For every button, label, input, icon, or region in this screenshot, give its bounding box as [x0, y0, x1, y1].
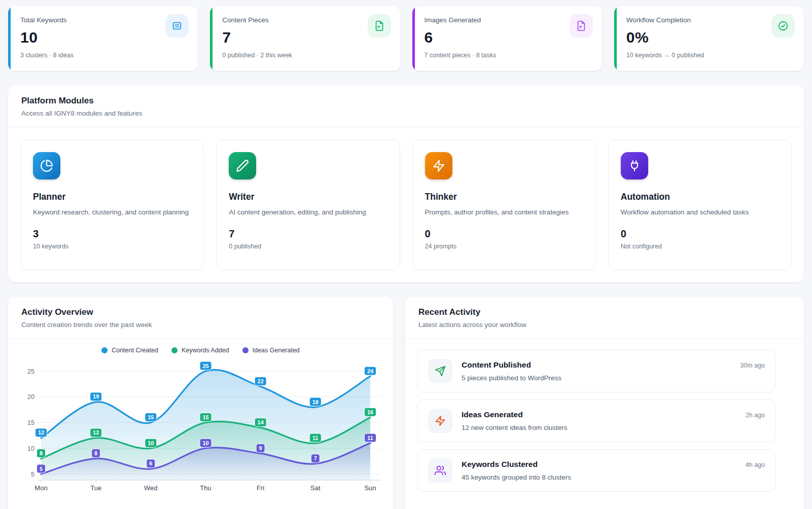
module-description: Workflow automation and scheduled tasks — [621, 207, 779, 218]
stat-card-images-generated[interactable]: Images Generated 6 7 content pieces · 8 … — [412, 6, 602, 71]
stat-subtext: 10 keywords → 0 published — [626, 52, 793, 59]
svg-text:5: 5 — [40, 466, 43, 472]
svg-text:12: 12 — [38, 429, 44, 435]
panel-subtitle: Content creation trends over the past we… — [21, 321, 380, 329]
stat-label: Content Pieces — [222, 16, 389, 24]
svg-text:Wed: Wed — [144, 484, 158, 492]
svg-text:16: 16 — [367, 409, 373, 415]
svg-text:Fri: Fri — [257, 484, 264, 492]
module-card-thinker[interactable]: Thinker Prompts, author profiles, and co… — [412, 139, 596, 270]
svg-text:9: 9 — [259, 445, 262, 451]
module-description: AI content generation, editing, and publ… — [229, 207, 387, 218]
file-text-icon — [368, 14, 391, 38]
module-card-planner[interactable]: Planner Keyword research, clustering, an… — [20, 139, 204, 270]
svg-text:6: 6 — [149, 460, 152, 466]
modules-grid: Planner Keyword research, clustering, an… — [8, 127, 804, 282]
activity-description: 5 pieces published to WordPress — [462, 374, 765, 382]
legend-label: Keywords Added — [182, 347, 229, 354]
stats-row: Total Keywords 10 3 clusters · 8 ideas C… — [8, 6, 804, 71]
recent-activity-header: Recent Activity Latest actions across yo… — [405, 297, 804, 339]
module-card-writer[interactable]: Writer AI content generation, editing, a… — [216, 139, 400, 270]
module-name: Writer — [229, 192, 387, 202]
users-icon — [428, 458, 452, 483]
svg-text:Sat: Sat — [310, 484, 321, 492]
stat-card-total-keywords[interactable]: Total Keywords 10 3 clusters · 8 ideas — [8, 6, 198, 71]
platform-modules-panel: Platform Modules Access all IGNY8 module… — [8, 85, 804, 282]
platform-modules-header: Platform Modules Access all IGNY8 module… — [8, 85, 804, 127]
activity-item-content-published[interactable]: Content Published 30m ago 5 pieces publi… — [417, 350, 775, 392]
activity-description: 45 keywords grouped into 8 clusters — [462, 474, 765, 481]
stat-label: Total Keywords — [20, 16, 187, 24]
svg-text:10: 10 — [27, 445, 34, 452]
module-description: Prompts, author profiles, and content st… — [425, 207, 583, 218]
svg-text:5: 5 — [31, 471, 34, 478]
svg-text:15: 15 — [27, 419, 34, 426]
zap-icon — [425, 152, 452, 179]
activity-title: Content Published — [462, 360, 531, 370]
legend-item-content-created[interactable]: Content Created — [101, 347, 158, 354]
svg-text:10: 10 — [202, 440, 208, 446]
module-stat-label: 0 published — [229, 243, 387, 250]
module-stat-label: 24 prompts — [425, 243, 583, 250]
legend-dot — [171, 347, 178, 353]
dashboard-page: Total Keywords 10 3 clusters · 8 ideas C… — [0, 0, 812, 509]
send-icon — [428, 359, 452, 383]
file-text-icon — [570, 14, 593, 38]
module-name: Planner — [33, 192, 191, 202]
svg-text:18: 18 — [312, 399, 319, 405]
svg-text:7: 7 — [314, 455, 317, 461]
stat-value: 7 — [222, 30, 389, 45]
svg-text:Thu: Thu — [200, 484, 211, 492]
svg-text:Mon: Mon — [34, 484, 47, 492]
panel-title: Activity Overview — [21, 307, 380, 317]
svg-text:10: 10 — [148, 440, 154, 446]
svg-text:8: 8 — [94, 450, 97, 456]
activity-time: 4h ago — [746, 461, 765, 468]
module-name: Automation — [621, 192, 779, 202]
stat-subtext: 0 published · 2 this week — [222, 52, 389, 59]
module-description: Keyword research, clustering, and conten… — [33, 207, 191, 218]
pie-chart-icon — [33, 152, 60, 179]
stat-subtext: 7 content pieces · 8 tasks — [425, 52, 591, 59]
activity-description: 12 new content ideas from clusters — [462, 424, 765, 431]
svg-text:Sun: Sun — [364, 484, 376, 492]
activity-trend-chart: 510152025MonTueWedThuFriSatSun1219152522… — [20, 358, 381, 501]
stat-label: Images Generated — [425, 16, 591, 24]
stat-value: 0% — [626, 30, 793, 45]
svg-text:22: 22 — [258, 378, 264, 384]
legend-item-ideas-generated[interactable]: Ideas Generated — [242, 347, 300, 354]
svg-text:12: 12 — [93, 429, 99, 435]
activity-overview-panel: Activity Overview Content creation trend… — [8, 297, 393, 509]
module-stat-label: Not configured — [621, 243, 779, 250]
svg-text:11: 11 — [312, 435, 319, 441]
stat-card-workflow-completion[interactable]: Workflow Completion 0% 10 keywords → 0 p… — [614, 6, 804, 71]
svg-text:Tue: Tue — [90, 484, 101, 492]
module-stat-value: 0 — [425, 228, 583, 240]
module-stat-label: 10 keywords — [33, 243, 191, 250]
svg-text:25: 25 — [27, 368, 34, 375]
panel-title: Platform Modules — [21, 96, 791, 106]
module-stat-value: 0 — [621, 228, 779, 240]
activity-time: 30m ago — [740, 362, 765, 369]
activity-item-ideas-generated[interactable]: Ideas Generated 2h ago 12 new content id… — [417, 399, 775, 442]
plug-icon — [621, 152, 648, 179]
module-name: Thinker — [425, 192, 583, 202]
bottom-row: Activity Overview Content creation trend… — [8, 297, 804, 509]
stat-label: Workflow Completion — [626, 16, 793, 24]
legend-item-keywords-added[interactable]: Keywords Added — [171, 347, 229, 354]
svg-text:25: 25 — [202, 363, 208, 369]
recent-activity-list: Content Published 30m ago 5 pieces publi… — [405, 339, 804, 503]
module-stat-value: 3 — [33, 228, 191, 240]
svg-text:19: 19 — [93, 393, 99, 399]
panel-subtitle: Latest actions across your workflow — [418, 321, 791, 329]
recent-activity-panel: Recent Activity Latest actions across yo… — [405, 297, 804, 509]
zap-icon — [428, 409, 452, 433]
activity-item-keywords-clustered[interactable]: Keywords Clustered 4h ago 45 keywords gr… — [417, 449, 775, 492]
stat-subtext: 3 clusters · 8 ideas — [20, 52, 187, 59]
svg-text:20: 20 — [27, 393, 34, 401]
stat-card-content-pieces[interactable]: Content Pieces 7 0 published · 2 this we… — [210, 6, 400, 71]
activity-overview-header: Activity Overview Content creation trend… — [8, 297, 393, 339]
svg-text:8: 8 — [40, 450, 43, 456]
activity-time: 2h ago — [746, 412, 765, 419]
module-card-automation[interactable]: Automation Workflow automation and sched… — [608, 139, 792, 270]
